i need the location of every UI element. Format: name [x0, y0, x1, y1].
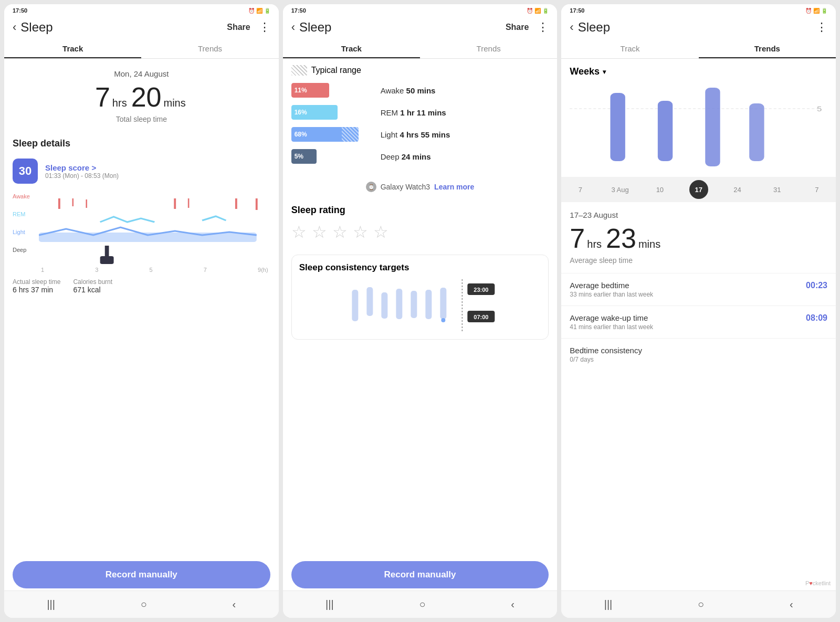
nav-back-icon-3[interactable]: ‹	[790, 598, 793, 610]
tab-trends-2[interactable]: Trends	[420, 38, 557, 58]
avg-wake-label: Average wake-up time	[570, 313, 653, 322]
week-range: 17–23 August	[570, 210, 827, 219]
page-title-2: Sleep	[299, 20, 331, 35]
wifi-icon: 📶	[256, 8, 262, 14]
back-button-1[interactable]: ‹	[13, 20, 16, 34]
x-label-17-active[interactable]: 17	[689, 180, 708, 199]
phone-screen-1: 17:50 ⏰ 📶 🔋 ‹ Sleep Share ⋮ Track Trends…	[4, 4, 279, 618]
time-1: 17:50	[13, 7, 27, 14]
device-row: ⌚ Galaxy Watch3 Learn more	[283, 177, 558, 198]
avg-bedtime-row: Average bedtime 33 mins earlier than las…	[561, 273, 836, 305]
more-button-1[interactable]: ⋮	[259, 20, 270, 34]
date-section: Mon, 24 August 7 hrs 20 mins Total sleep…	[4, 59, 279, 132]
header-right-1: Share ⋮	[227, 20, 270, 34]
x-label-10: 10	[649, 186, 670, 194]
wifi-icon-3: 📶	[813, 8, 820, 14]
svg-rect-9	[100, 256, 114, 264]
header-left-2: ‹ Sleep	[291, 20, 332, 35]
star-2[interactable]: ☆	[312, 222, 327, 242]
legend-deep: 5% Deep 24 mins	[291, 149, 549, 164]
tabs-2: Track Trends	[283, 38, 558, 59]
avg-wake-value: 08:09	[806, 313, 827, 323]
header-right-2: Share ⋮	[506, 20, 549, 34]
alarm-icon-2: ⏰	[527, 8, 533, 14]
dropdown-arrow-icon[interactable]: ▾	[603, 68, 606, 76]
nav-recent-icon[interactable]: |||	[47, 598, 55, 610]
x-label-31: 31	[766, 186, 788, 194]
nav-bar-2: ||| ○ ‹	[283, 591, 558, 618]
battery-icon-3: 🔋	[821, 8, 827, 14]
nav-home-icon[interactable]: ○	[141, 598, 147, 610]
back-button-2[interactable]: ‹	[291, 20, 295, 34]
back-button-3[interactable]: ‹	[570, 20, 573, 34]
score-title[interactable]: Sleep score >	[45, 163, 119, 172]
awake-label: Awake	[13, 193, 30, 199]
score-sub: 01:33 (Mon) - 08:53 (Mon)	[45, 172, 119, 180]
legend-section: Typical range 11% Awake 50 mins 16% REM …	[283, 59, 558, 177]
record-manually-button-1[interactable]: Record manually	[13, 561, 270, 588]
avg-bedtime-value: 00:23	[806, 281, 827, 290]
star-3[interactable]: ☆	[332, 222, 348, 242]
tab-track-3[interactable]: Track	[561, 38, 698, 58]
star-4[interactable]: ☆	[353, 222, 368, 242]
share-button-1[interactable]: Share	[227, 23, 250, 32]
bedtime-consistency-info: Bedtime consistency 0/7 days	[570, 346, 642, 363]
record-btn-wrap-1: Record manually	[13, 561, 270, 588]
sleep-mins: 20	[131, 81, 162, 113]
nav-home-icon-3[interactable]: ○	[698, 598, 704, 610]
nav-recent-icon-2[interactable]: |||	[326, 598, 334, 610]
svg-rect-16	[425, 290, 432, 319]
sleep-details-title: Sleep details	[4, 132, 279, 153]
more-button-2[interactable]: ⋮	[537, 20, 549, 34]
svg-point-22	[441, 318, 445, 322]
deep-text: Deep 24 mins	[381, 152, 431, 161]
actual-sleep: Actual sleep time 6 hrs 37 min	[13, 278, 60, 294]
bedtime-consistency-value: 0/7 days	[570, 356, 642, 363]
legend-rem: 16% REM 1 hr 11 mins	[291, 105, 549, 120]
more-button-3[interactable]: ⋮	[816, 20, 827, 34]
share-button-2[interactable]: Share	[506, 23, 529, 32]
svg-rect-26	[658, 101, 673, 161]
stars-row[interactable]: ☆ ☆ ☆ ☆ ☆	[291, 222, 549, 242]
svg-rect-11	[352, 290, 358, 321]
record-manually-button-2[interactable]: Record manually	[291, 561, 549, 588]
learn-more-link[interactable]: Learn more	[434, 183, 474, 191]
rating-title: Sleep rating	[291, 205, 549, 216]
deep-label: Deep	[13, 247, 30, 253]
calories-label: Calories burnt	[73, 278, 112, 286]
sleep-chart: Awake REM Light Deep	[4, 189, 279, 273]
consistency-chart: 23:00 07:00	[299, 279, 541, 332]
x-label-3aug: 3 Aug	[610, 186, 631, 194]
consistency-card: Sleep consistency targets 23:00	[291, 255, 549, 340]
nav-back-icon-2[interactable]: ‹	[511, 598, 514, 610]
content-3: Weeks ▾ 5 7 3 Aug 10 17 24	[561, 59, 836, 618]
status-icons-2: ⏰ 📶 🔋	[527, 8, 549, 14]
svg-rect-14	[396, 289, 402, 319]
nav-back-icon[interactable]: ‹	[233, 598, 236, 610]
wifi-icon-2: 📶	[534, 8, 541, 14]
status-bar-3: 17:50 ⏰ 📶 🔋	[561, 4, 836, 16]
alarm-icon: ⏰	[248, 8, 255, 14]
status-icons-3: ⏰ 📶 🔋	[805, 8, 827, 14]
phone-screen-2: 17:50 ⏰ 📶 🔋 ‹ Sleep Share ⋮ Track Trends	[283, 4, 558, 618]
star-5[interactable]: ☆	[373, 222, 388, 242]
avg-hrs-unit: hrs	[587, 238, 602, 250]
tab-track-2[interactable]: Track	[283, 38, 420, 58]
x-axis-row: 7 3 Aug 10 17 24 31 7	[561, 177, 836, 202]
awake-bar: 11%	[291, 83, 375, 98]
nav-home-icon-2[interactable]: ○	[419, 598, 425, 610]
star-1[interactable]: ☆	[291, 222, 307, 242]
status-icons-1: ⏰ 📶 🔋	[248, 8, 270, 14]
consistency-title: Sleep consistency targets	[299, 262, 541, 273]
rem-hatch	[342, 105, 375, 120]
avg-bedtime-sub: 33 mins earlier than last week	[570, 291, 653, 298]
content-1: Mon, 24 August 7 hrs 20 mins Total sleep…	[4, 59, 279, 618]
nav-recent-icon-3[interactable]: |||	[604, 598, 613, 610]
weeks-selector[interactable]: Weeks ▾	[561, 59, 836, 82]
total-sleep-label: Total sleep time	[13, 115, 270, 123]
page-title-1: Sleep	[20, 20, 52, 35]
record-btn-wrap-2: Record manually	[291, 561, 549, 588]
tab-trends-3[interactable]: Trends	[699, 38, 836, 58]
tab-track-1[interactable]: Track	[4, 38, 141, 58]
tab-trends-1[interactable]: Trends	[141, 38, 278, 58]
